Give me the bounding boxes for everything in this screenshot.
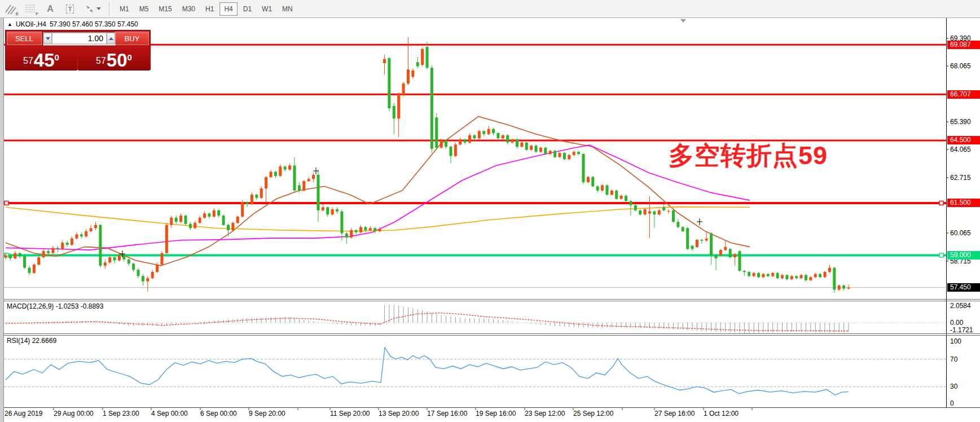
candle [748, 272, 750, 276]
candle [559, 153, 561, 157]
candle [179, 216, 182, 222]
candle [582, 154, 585, 182]
buy-price-figure: 57 [96, 52, 106, 69]
candle [487, 129, 490, 134]
arrow-objects-icon[interactable] [81, 1, 104, 17]
timeframe-button-group: M1M5M15M30H1H4D1W1MN [115, 2, 298, 16]
candle [421, 49, 424, 65]
buy-price-pips: 50 [107, 51, 128, 69]
candle [118, 255, 121, 260]
candle [785, 275, 788, 279]
annotation-text: 多空转折点59 [669, 139, 828, 173]
candle [241, 202, 244, 217]
candle [345, 234, 348, 238]
candle [563, 153, 566, 159]
timeframe-MN[interactable]: MN [278, 2, 297, 16]
candle [549, 151, 552, 154]
chart-shift-marker[interactable] [680, 19, 686, 23]
level-line-endpoint [5, 201, 8, 205]
candle [108, 257, 111, 262]
candle [577, 152, 580, 154]
candle [824, 272, 827, 277]
candle [340, 212, 343, 234]
candle [520, 143, 523, 147]
buy-price-point: 0 [128, 53, 132, 61]
candle [828, 268, 831, 272]
candle [511, 139, 514, 143]
candle [473, 135, 476, 139]
candle [539, 148, 542, 152]
candle [99, 225, 102, 266]
collapse-triangle-icon[interactable]: ▲ [7, 21, 12, 27]
timeframe-M5[interactable]: M5 [135, 2, 153, 16]
buy-button[interactable]: BUY [115, 32, 149, 45]
candle [227, 225, 230, 230]
candle [246, 202, 249, 204]
macd-label: MACD(12,26,9) -1.0253 -0.8893 [7, 302, 103, 310]
symbol-name: UKOil-,H4 [16, 20, 46, 28]
timeframe-M1[interactable]: M1 [115, 2, 134, 16]
candle [605, 185, 608, 195]
candle [459, 139, 462, 144]
equidistant-channel-icon[interactable]: E [2, 1, 20, 17]
text-label-icon[interactable]: A [41, 1, 59, 17]
candle [682, 227, 684, 231]
timeframe-D1[interactable]: D1 [239, 2, 256, 16]
volume-increase-button[interactable] [107, 33, 115, 44]
toolbar-separator [109, 2, 111, 16]
candle [23, 256, 26, 267]
candle [710, 234, 713, 256]
text-box-icon[interactable]: T [61, 1, 79, 17]
candle [809, 277, 812, 280]
candle [407, 69, 410, 83]
candle [312, 175, 315, 179]
candle [317, 175, 319, 210]
candle [80, 234, 83, 236]
candle [705, 239, 708, 241]
timeframe-H4[interactable]: H4 [219, 2, 237, 16]
candle [805, 275, 807, 280]
candle [331, 209, 334, 214]
level-line-endpoint [939, 253, 943, 257]
candle [279, 166, 282, 176]
fibonacci-grid-icon[interactable]: F [21, 1, 39, 17]
candle [781, 275, 784, 279]
candle [364, 227, 367, 230]
timeframe-W1[interactable]: W1 [257, 2, 276, 16]
caret-down-icon [46, 37, 50, 40]
candle [719, 250, 722, 255]
candle [203, 213, 206, 217]
candle [658, 210, 661, 214]
candle [213, 210, 216, 217]
candle [762, 274, 764, 278]
candle [379, 229, 381, 231]
candle [648, 212, 651, 214]
sell-button[interactable]: SELL [7, 32, 42, 45]
sell-price-display[interactable]: 57450 [6, 46, 77, 71]
candle [85, 231, 87, 236]
volume-input[interactable] [52, 33, 107, 44]
candle [236, 217, 239, 223]
candle [217, 210, 220, 216]
timeframe-M30[interactable]: M30 [178, 2, 200, 16]
candle [388, 58, 390, 108]
volume-decrease-button[interactable] [43, 33, 52, 44]
candle [397, 94, 400, 118]
sell-price-figure: 57 [23, 52, 33, 69]
candle [729, 249, 732, 257]
buy-price-display[interactable]: 57500 [78, 46, 150, 71]
candle [369, 228, 372, 230]
candle [776, 273, 779, 278]
candle [137, 270, 140, 276]
candle [790, 276, 793, 279]
candle [251, 195, 253, 204]
candle [516, 139, 518, 147]
candle [535, 146, 538, 152]
timeframe-H1[interactable]: H1 [201, 2, 218, 16]
trading-app-window: E F A T M1M5M15M30H1H4D1W1MN ▲ UKOil-,H4… [0, 0, 980, 422]
timeframe-M15[interactable]: M15 [154, 2, 176, 16]
candle [56, 248, 59, 249]
fast-ma-line [6, 116, 750, 266]
candle [620, 196, 623, 199]
candle [302, 181, 305, 191]
